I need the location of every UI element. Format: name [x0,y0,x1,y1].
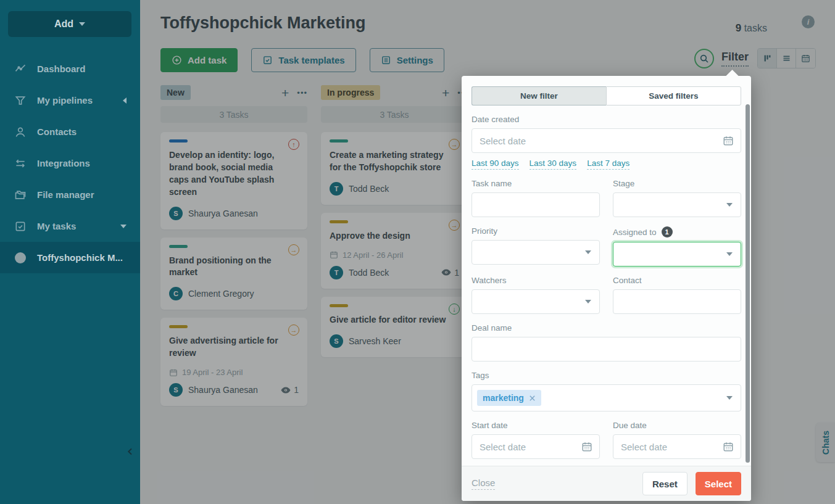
assigned-to-select[interactable] [613,242,741,266]
start-date-field [472,434,600,459]
priority-select[interactable] [472,240,600,265]
contact-label: Contact [613,276,741,285]
tab-saved-filters[interactable]: Saved filters [606,86,741,105]
add-button-label: Add [54,19,73,30]
sidebar-item-label: Contacts [37,126,77,137]
collapse-sidebar-button[interactable] [122,444,138,460]
quick-date-ranges: Last 90 days Last 30 days Last 7 days [472,159,741,170]
chevron-down-icon [120,225,127,228]
sidebar-item-label: Toffyshopchick M... [37,252,123,263]
deal-name-label: Deal name [472,323,741,333]
sidebar-item-integrations[interactable]: Integrations [0,147,140,179]
calendar-icon[interactable] [581,441,592,452]
modal-scrollbar[interactable] [746,104,750,463]
due-date-field [613,434,741,459]
filter-tabs: New filter Saved filters [472,86,741,105]
assigned-count-badge: 1 [662,226,673,238]
assigned-to-label: Assigned to 1 [613,226,741,238]
filter-modal-body: New filter Saved filters Date created La… [462,76,751,466]
last-30-days-link[interactable]: Last 30 days [530,159,577,170]
sidebar-item-dashboard[interactable]: Dashboard [0,53,140,85]
chevron-down-icon [79,22,85,26]
sidebar-item-contacts[interactable]: Contacts [0,116,140,147]
task-name-label: Task name [472,179,600,188]
priority-label: Priority [472,226,600,236]
chevron-down-icon [726,396,733,400]
sidebar-item-toffyshopchick[interactable]: Toffyshopchick M... [0,242,140,273]
pipelines-icon [14,94,27,107]
contact-input[interactable] [621,297,733,307]
chevron-down-icon [726,203,733,207]
date-created-input[interactable] [480,136,733,146]
integrations-icon [14,157,27,170]
sidebar-item-my-pipelines[interactable]: My pipelines [0,85,140,116]
tasks-checkbox-icon [14,220,27,233]
remove-tag-icon[interactable] [529,395,536,402]
tags-label: Tags [472,371,741,380]
close-link[interactable]: Close [472,477,495,490]
sidebar-item-file-manager[interactable]: File manager [0,179,140,210]
chevron-down-icon [726,252,733,256]
last-90-days-link[interactable]: Last 90 days [472,159,519,170]
date-created-label: Date created [472,115,741,124]
sidebar-item-label: File manager [37,189,94,200]
due-date-input[interactable] [621,442,733,452]
start-date-label: Start date [472,421,600,430]
watchers-select[interactable] [472,289,600,314]
last-7-days-link[interactable]: Last 7 days [587,159,629,170]
tab-new-filter[interactable]: New filter [472,86,606,105]
sidebar-item-label: Dashboard [37,64,85,74]
task-name-field [472,192,600,217]
chevron-left-icon [123,97,127,104]
contacts-icon [14,125,27,139]
start-date-input[interactable] [480,442,592,452]
tags-select[interactable]: marketing [472,384,741,411]
watchers-label: Watchers [472,276,600,285]
chart-icon [14,62,27,76]
filter-modal: New filter Saved filters Date created La… [462,76,751,501]
pipeline-dot-icon [14,251,27,265]
add-button[interactable]: Add [8,11,131,37]
calendar-icon[interactable] [723,135,734,146]
chevron-down-icon [585,250,591,254]
stage-select[interactable] [613,192,741,217]
date-created-field [472,128,741,153]
sidebar-nav: Dashboard My pipelines Contacts Integr [0,53,140,273]
sidebar-item-label: Integrations [37,158,90,168]
chevron-down-icon [585,300,591,304]
calendar-icon[interactable] [723,441,734,452]
deal-name-input[interactable] [480,344,733,355]
sidebar-item-label: My tasks [37,221,76,231]
folder-icon [14,188,27,202]
reset-button[interactable]: Reset [642,472,688,495]
tag-chip: marketing [477,390,541,406]
deal-name-field [472,337,741,361]
sidebar-item-label: My pipelines [37,95,93,105]
due-date-label: Due date [613,421,741,430]
select-button[interactable]: Select [696,472,741,495]
sidebar-item-my-tasks[interactable]: My tasks [0,210,140,242]
stage-label: Stage [613,179,741,188]
filter-modal-footer: Close Reset Select [462,466,751,501]
sidebar: Add Dashboard My pipelines [0,0,140,504]
tag-chip-label: marketing [483,393,524,403]
task-name-input[interactable] [480,200,592,210]
contact-field [613,289,741,314]
